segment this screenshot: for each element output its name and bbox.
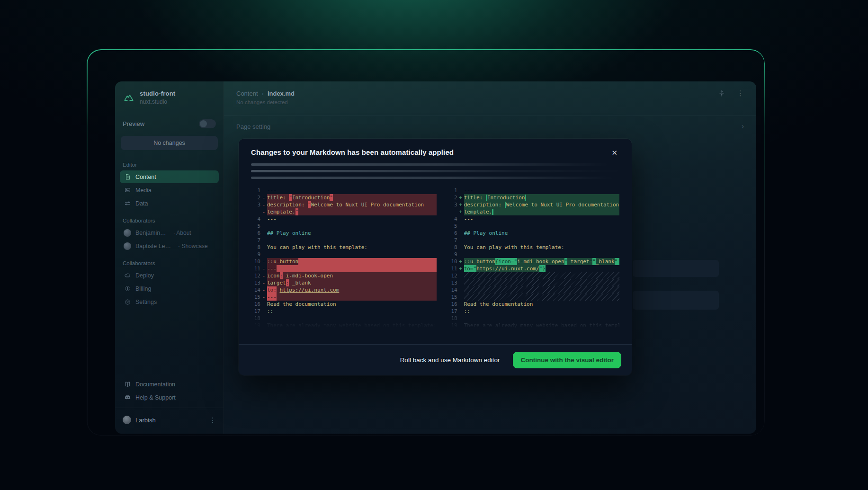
main-header: Content › index.md No changes detected: [224, 81, 756, 105]
diff-line: 12: [448, 272, 619, 279]
continue-button[interactable]: Continue with the visual editor: [513, 352, 621, 368]
sidebar-item-content[interactable]: Content: [120, 170, 219, 183]
diff-line: 8You can play with this template:: [448, 244, 619, 251]
nuxt-studio-logo-icon: [123, 91, 135, 104]
diff-line: 6## Play online: [448, 230, 619, 237]
cloud-icon: [124, 272, 131, 279]
diff-line: 7: [251, 237, 437, 244]
section-label: Collaborators: [123, 260, 216, 266]
diff-line: 13-target: _blank: [251, 279, 437, 286]
document-icon: [124, 173, 131, 181]
changes-status: No changes detected: [236, 99, 744, 105]
diff-line: 2+title: Introduction: [448, 194, 619, 201]
sidebar-item-data[interactable]: Data: [120, 197, 219, 210]
breadcrumb: Content › index.md: [236, 90, 744, 97]
sidebar-item-label: Help & Support: [135, 394, 176, 401]
sidebar-item-meta[interactable]: · About: [173, 230, 191, 236]
diff-line: 15----: [251, 294, 437, 301]
collapse-vertical-icon[interactable]: [718, 89, 725, 97]
diff-line: 4---: [251, 215, 437, 223]
diff-line: 17::: [251, 308, 437, 315]
diff-line: 18: [251, 315, 437, 322]
diff-line: 19There are already many website based o…: [448, 322, 619, 329]
sidebar-item-label: Settings: [135, 299, 157, 305]
modal-footer: Roll back and use Markdown editor Contin…: [239, 344, 632, 375]
chevron-right-icon: ›: [262, 90, 264, 97]
diff-pane-after: 1---2+title: Introduction3+description: …: [448, 187, 619, 330]
ghost-row: [633, 260, 719, 277]
diff-line: 3-description: "Welcome to Nuxt UI Pro d…: [251, 201, 437, 208]
close-icon[interactable]: ✕: [609, 148, 619, 157]
diff-line: 1---: [251, 187, 437, 194]
diff-line: 10+::u-button{icon="i-mdi-book-open" tar…: [448, 258, 619, 265]
sidebar-item-deploy[interactable]: Deploy: [120, 269, 219, 282]
user-menu[interactable]: Larbish ⋮: [115, 412, 224, 430]
sidebar-sections: EditorContentMediaDataCollaboratorsBenja…: [115, 154, 224, 309]
sidebar-item-helpsupport[interactable]: Help & Support: [120, 391, 219, 404]
sidebar-item-documentation[interactable]: Documentation: [120, 378, 219, 391]
diff-line: 19There are already many website based o…: [251, 322, 437, 329]
sidebar-item-label: Deploy: [135, 272, 154, 279]
kebab-menu-icon[interactable]: ⋮: [209, 416, 216, 424]
diff-line: 13: [448, 279, 619, 286]
skeleton-bar: [251, 163, 619, 166]
section-label: Editor: [123, 162, 216, 168]
modal-title: Changes to your Markdown has been automa…: [251, 148, 454, 156]
sidebar-item-label: Content: [135, 174, 156, 180]
avatar-icon: [124, 229, 131, 237]
kebab-menu-icon[interactable]: ⋮: [737, 89, 744, 98]
diff-line: 4---: [448, 215, 619, 223]
preview-toggle[interactable]: [199, 119, 216, 128]
page-setting-row[interactable]: Page setting ›: [224, 116, 756, 137]
sidebar-bottom: DocumentationHelp & Support Larbish ⋮: [115, 377, 224, 434]
project-header[interactable]: studio-front nuxt.studio: [115, 81, 224, 105]
sidebar: studio-front nuxt.studio Preview No chan…: [115, 81, 224, 434]
avatar-icon: [124, 242, 131, 250]
diff-line: 14: [448, 286, 619, 294]
diff-line: 11----: [251, 265, 437, 272]
diff-line: 17::: [448, 308, 619, 315]
rollback-button[interactable]: Roll back and use Markdown editor: [400, 356, 500, 364]
sidebar-item-benjamin[interactable]: Benjamin…· About: [120, 226, 219, 239]
diff-line: 3+description: Welcome to Nuxt UI Pro do…: [448, 201, 619, 208]
diff-line: 5: [251, 223, 437, 230]
diff-line: 5: [448, 223, 619, 230]
diff-line: 6## Play online: [251, 230, 437, 237]
diff-line: 16Read the documentation: [448, 301, 619, 308]
user-name: Larbish: [135, 417, 156, 424]
sidebar-item-label: Data: [135, 200, 148, 207]
diff-line: 14-to: https://ui.nuxt.com: [251, 286, 437, 294]
diff-line: 1---: [448, 187, 619, 194]
markdown-changes-modal: Changes to your Markdown has been automa…: [239, 139, 632, 375]
sidebar-item-baptistele[interactable]: Baptiste Le…· Showcase: [120, 240, 219, 252]
sidebar-item-label: Baptiste Le…: [135, 243, 171, 249]
diff-line: 11+to="https://ui.nuxt.com/"}: [448, 265, 619, 272]
user-avatar: [123, 416, 131, 424]
sidebar-item-settings[interactable]: Settings: [120, 295, 219, 308]
sidebar-item-label: Documentation: [135, 381, 175, 388]
diff-line: 7: [448, 237, 619, 244]
skeleton-bar: [251, 170, 619, 172]
skeleton-bar: [251, 177, 619, 179]
preview-label: Preview: [123, 120, 144, 127]
breadcrumb-file: index.md: [268, 90, 295, 97]
diff-pane-before: 1---2-title: "Introduction"3-description…: [251, 187, 437, 330]
diff-line: 15: [448, 294, 619, 301]
project-domain: nuxt.studio: [140, 98, 175, 105]
sidebar-item-media[interactable]: Media: [120, 184, 219, 196]
discord-icon: [124, 394, 131, 401]
no-changes-button[interactable]: No changes: [121, 136, 218, 150]
diff-line: 2-title: "Introduction": [251, 194, 437, 201]
book-icon: [124, 381, 131, 388]
diff-line: +template.: [448, 208, 619, 215]
section-label: Collaborators: [123, 218, 216, 223]
dollar-icon: [124, 285, 131, 293]
page-setting-label: Page setting: [236, 123, 270, 130]
project-name: studio-front: [140, 90, 175, 97]
breadcrumb-section[interactable]: Content: [236, 90, 258, 97]
sidebar-item-label: Billing: [135, 285, 151, 292]
sidebar-item-meta[interactable]: · Showcase: [178, 243, 208, 249]
ghost-row: [633, 291, 719, 310]
diff-line: 12-icon: i-mdi-book-open: [251, 272, 437, 279]
sidebar-item-billing[interactable]: Billing: [120, 282, 219, 295]
